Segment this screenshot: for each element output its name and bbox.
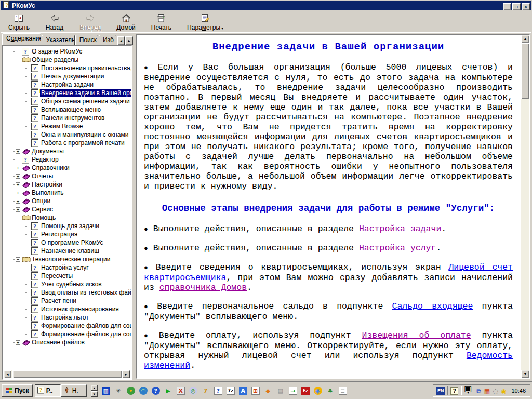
expand-icon[interactable]: + [16, 182, 20, 187]
options-button[interactable]: Параметры▾ [183, 12, 228, 32]
notes-icon[interactable]: ≡ [339, 387, 347, 395]
printer-icon[interactable]: ▤ [276, 387, 285, 395]
tree-icon[interactable]: ♣ [326, 387, 335, 395]
tree-item[interactable]: ?Источник финансирования [4, 305, 131, 313]
tab-поиск[interactable]: Поиск [75, 35, 98, 45]
tree-item-label[interactable]: Расчет пени [40, 297, 77, 304]
tree-item[interactable]: +Опции [4, 197, 131, 205]
expand-icon[interactable]: + [16, 191, 20, 195]
tree-item[interactable]: ?Ввод оплаты из текстовых файл [4, 288, 131, 297]
tree-item[interactable]: ?Режим Browse [4, 122, 131, 130]
tree-item-label[interactable]: Документы [31, 148, 65, 155]
tree-item-label[interactable]: Выполнить [31, 189, 65, 196]
topic-link[interactable]: Настройка задачи [359, 224, 441, 234]
tree-item[interactable]: ?Панели инструментов [4, 114, 131, 122]
tree-item[interactable]: ?Печать документации [4, 72, 131, 81]
topic-link[interactable]: справочника Домов [159, 283, 247, 292]
spin-down-button[interactable]: ▾ [91, 391, 98, 397]
tab-содержание[interactable]: Содержание [2, 33, 41, 45]
tree-item-label[interactable]: Технологические операции [31, 256, 111, 263]
tree-item[interactable]: ?Редактор [4, 155, 131, 164]
close-button[interactable]: ✕ [522, 3, 530, 10]
tree-item-label[interactable]: Формирование файлов для соцза [40, 322, 131, 329]
filezilla-icon[interactable]: Fz [301, 387, 310, 395]
expand-icon[interactable]: + [16, 149, 20, 154]
tree-item-label[interactable]: Учет судебных исков [40, 281, 103, 288]
spin-up-button[interactable]: ▴ [91, 385, 98, 391]
expand-icon[interactable]: + [16, 340, 20, 345]
cd-icon[interactable]: ◎ [189, 387, 197, 395]
tree-item-label[interactable]: Ввод оплаты из текстовых файл [40, 289, 131, 296]
tree-item[interactable]: ?Окна и манипуляции с окнами [4, 130, 131, 139]
task-button[interactable]: Н. [61, 384, 87, 397]
app-grid-icon[interactable]: ⊞ [251, 387, 260, 395]
seven-zip-icon[interactable]: 7z [227, 387, 235, 395]
tree-item[interactable]: +Настройки [4, 180, 131, 189]
scrollbar-thumb[interactable] [12, 370, 122, 378]
topic-link[interactable]: Извещения об оплате [362, 330, 471, 340]
hex-editor-icon[interactable]: X [177, 387, 185, 395]
tree-item-label[interactable]: Настройка услуг [40, 264, 90, 271]
tree-item[interactable]: +Отчеты [4, 172, 131, 180]
play-icon[interactable]: ▶ [164, 387, 172, 395]
tree-item-label[interactable]: Настройка задачи [40, 81, 95, 88]
radio-icon[interactable]: ◉ [499, 387, 508, 395]
expand-icon[interactable]: + [16, 207, 20, 212]
hide-panel-button[interactable]: Скрыть [4, 12, 34, 32]
tree-item-label[interactable]: Всплывающее меню [40, 106, 102, 113]
badge-icon[interactable]: • [127, 387, 135, 395]
tree-item-label[interactable]: Постановления правительства, [40, 64, 131, 72]
scroll-down-button[interactable]: ▾ [521, 370, 529, 378]
tree-item-label[interactable]: О программе РКомУс [40, 239, 104, 246]
tree-horizontal-scrollbar[interactable]: ◂ ▸ [4, 370, 130, 378]
help-circle-icon[interactable]: ? [152, 387, 160, 395]
tab-изб[interactable]: Изб [99, 35, 116, 45]
tree-item-label[interactable]: Отчеты [31, 172, 54, 180]
quicklaunch-spinner[interactable]: ▴ ▾ [91, 385, 98, 397]
scroll-up-button[interactable]: ▴ [521, 35, 529, 43]
volume-icon[interactable]: ◌ [491, 387, 499, 395]
tree-item-label[interactable]: Пересчеты [40, 272, 74, 280]
back-arrow-button[interactable]: Назад [41, 12, 68, 32]
tree-item[interactable]: −Технологические операции [4, 255, 131, 263]
tree-item-label[interactable]: Регистрация [40, 231, 78, 238]
tree-item-label[interactable]: Общие разделы [31, 56, 79, 63]
tree-item[interactable]: ?Общая схема решения задачи [4, 97, 131, 105]
tree-item-label[interactable]: Помощь [31, 214, 57, 221]
language-indicator[interactable]: EN [436, 387, 445, 395]
collapse-icon[interactable]: − [16, 58, 20, 62]
display-settings-icon[interactable]: ▣ ▾ [464, 387, 472, 395]
tree-item-label[interactable]: Редактор [31, 156, 60, 163]
tree-item[interactable]: +Сервис [4, 205, 131, 214]
tree-item[interactable]: ?Расчет пени [4, 297, 131, 305]
tree-item[interactable]: ?Назначение клавиш [4, 247, 131, 255]
chrome-icon[interactable]: ◉ [314, 387, 322, 395]
tree-item-label[interactable]: Помощь для задачи [40, 222, 100, 230]
tree-item-label[interactable]: Общая схема решения задачи [40, 98, 131, 105]
tree-item[interactable]: ?Настройка услуг [4, 263, 131, 272]
tree-item[interactable]: ?Формирование файлов для соцза [4, 322, 131, 330]
tree-item[interactable]: +Описание файлов [4, 338, 131, 347]
tree-item[interactable]: −Помощь [4, 214, 131, 222]
tree-item[interactable]: ?Постановления правительства, [4, 64, 131, 72]
tree-item-label[interactable]: О задаче РКомУс [31, 48, 83, 55]
topic-link[interactable]: Настройка услуг [359, 243, 436, 253]
home-button[interactable]: Домой [112, 12, 140, 32]
tree-item-label[interactable]: Опции [31, 197, 51, 205]
tree-item[interactable]: ?Регистрация [4, 230, 131, 238]
tree-item[interactable]: ?О программе РКомУс [4, 238, 131, 247]
tree-item[interactable]: ?Пересчеты [4, 272, 131, 280]
tab-scroll-right-button[interactable]: ▸ [125, 36, 133, 45]
tree-item[interactable]: ?Помощь для задачи [4, 222, 131, 230]
fox-icon[interactable]: ◆ [264, 387, 272, 395]
tree-item[interactable]: ?Настройка задачи [4, 81, 131, 89]
tree-item[interactable]: −Общие разделы [4, 56, 131, 64]
tree-item-label[interactable]: Настройки [31, 181, 63, 188]
scroll-left-button[interactable]: ◂ [4, 370, 11, 378]
collapse-icon[interactable]: − [16, 216, 20, 220]
tree-item[interactable]: ?Работа с программой печати [4, 139, 131, 147]
tree-item[interactable]: ?Формирование файлов для соцза [4, 330, 131, 338]
tree-item[interactable]: +Выполнить [4, 189, 131, 197]
tree-item-label[interactable]: Формирование файлов для соцза [40, 330, 131, 338]
restore-button[interactable]: ❐ [512, 3, 521, 10]
